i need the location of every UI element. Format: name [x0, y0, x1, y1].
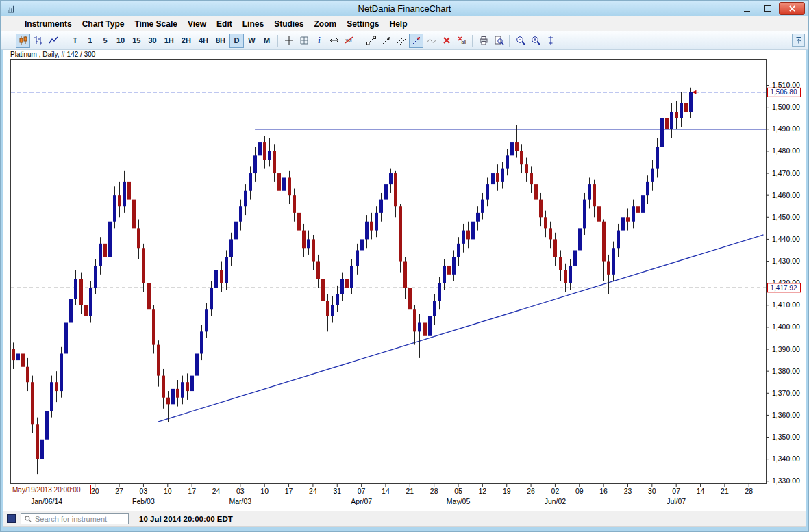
svg-text:May/19/2013 20:00:00: May/19/2013 20:00:00 — [12, 486, 81, 494]
plot-border — [11, 60, 767, 484]
menu-zoom[interactable]: Zoom — [309, 18, 341, 30]
menu-help[interactable]: Help — [384, 18, 412, 30]
zoomin-icon — [530, 35, 541, 46]
y-axis-label: 1,360.00 — [772, 411, 800, 419]
chart-area[interactable]: Platinum , Daily, # 142 / 300 1,510.001,… — [3, 50, 806, 511]
maximize-button[interactable] — [758, 2, 777, 15]
minimize-button[interactable] — [738, 2, 756, 15]
timeframe-30m-button[interactable]: 30 — [145, 34, 160, 48]
window-title: NetDania FinanceChart — [1, 3, 808, 14]
menu-time-scale[interactable]: Time Scale — [129, 18, 182, 30]
parallel-lines-button[interactable] — [394, 34, 408, 48]
toolbar: T151015301H2H4H8HDWMivolall — [1, 31, 808, 50]
zoomout-icon — [515, 35, 526, 46]
menu-instruments[interactable]: Instruments — [20, 18, 77, 30]
arrow-line-button[interactable] — [379, 34, 393, 48]
value-scale-button[interactable] — [543, 34, 558, 48]
y-axis-label: 1,500.00 — [772, 103, 800, 111]
x-axis-label: 31 — [333, 487, 341, 495]
search-box[interactable] — [21, 513, 129, 524]
horizontal-scroll-button[interactable] — [327, 34, 341, 48]
timeframe-weekly-button[interactable]: W — [245, 34, 259, 48]
grid-icon — [299, 35, 310, 46]
candlestick-chart-button[interactable] — [16, 34, 30, 48]
app-window: NetDania FinanceChart InstrumentsChart T… — [0, 0, 809, 532]
menu-chart-type[interactable]: Chart Type — [77, 18, 129, 30]
x-axis-label: 10 — [260, 487, 269, 495]
ray-line-button[interactable] — [409, 34, 423, 48]
x-axis-month-label: Feb/03 — [132, 497, 155, 505]
y-axis-label: 1,460.00 — [772, 191, 800, 199]
timeframe-1m-button[interactable]: 1 — [83, 34, 97, 48]
y-axis-label: 1,410.00 — [772, 301, 800, 309]
y-axis-label: 1,490.00 — [772, 125, 800, 133]
window-controls — [738, 2, 805, 15]
y-axis-label: 1,400.00 — [772, 322, 800, 331]
zoom-out-button[interactable] — [513, 34, 527, 48]
svg-text:1,506.80: 1,506.80 — [771, 88, 797, 96]
svg-text:all: all — [461, 40, 466, 45]
timeframe-daily-button[interactable]: D — [229, 34, 244, 48]
status-clock: 10 Jul 2014 20:00:00 EDT — [139, 515, 233, 523]
menu-settings[interactable]: Settings — [342, 18, 384, 30]
grid-button[interactable] — [297, 34, 311, 48]
timeframe-1h-button[interactable]: 1H — [161, 34, 177, 48]
print-preview-button[interactable] — [491, 34, 506, 48]
timeframe-monthly-button[interactable]: M — [260, 34, 274, 48]
print-button[interactable] — [476, 34, 490, 48]
toolbar-separator — [509, 35, 510, 47]
crosshair-icon — [284, 35, 295, 46]
price-chart[interactable]: 1,510.001,500.001,490.001,480.001,470.00… — [3, 50, 806, 511]
deleteline-icon — [441, 35, 452, 46]
close-button[interactable] — [779, 2, 805, 15]
y-axis-label: 1,470.00 — [772, 169, 800, 177]
x-axis-label: 26 — [527, 487, 535, 495]
status-bar: 10 Jul 2014 20:00:00 EDT — [3, 511, 806, 527]
timeframe-15m-button[interactable]: 15 — [129, 34, 144, 48]
x-axis-label: 21 — [406, 487, 414, 495]
menu-view[interactable]: View — [183, 18, 211, 30]
toolbar-separator — [472, 35, 473, 47]
menu-edit[interactable]: Edit — [212, 18, 237, 30]
x-axis-label: 24 — [309, 487, 317, 495]
info-button[interactable]: i — [312, 34, 326, 48]
crosshair-button[interactable] — [282, 34, 296, 48]
timeframe-tick-button[interactable]: T — [68, 34, 82, 48]
timeframe-5m-button[interactable]: 5 — [98, 34, 112, 48]
waveline-icon — [426, 35, 437, 46]
toolbar-buttons: T151015301H2H4H8HDWMivolall — [16, 34, 558, 48]
timeframe-4h-button[interactable]: 4H — [195, 34, 212, 48]
ohlc-chart-button[interactable] — [31, 34, 45, 48]
menu-studies[interactable]: Studies — [269, 18, 308, 30]
x-axis-label: 24 — [212, 487, 221, 495]
timeframe-10m-button[interactable]: 10 — [113, 34, 128, 48]
delete-all-lines-button[interactable]: all — [454, 34, 469, 48]
y-axis-label: 1,340.00 — [772, 455, 800, 463]
trend-line-button[interactable] — [364, 34, 378, 48]
toolbar-separator — [277, 35, 278, 47]
last-price-badge: 1,506.80 — [768, 88, 801, 97]
zoom-in-button[interactable] — [528, 34, 543, 48]
menu-lines[interactable]: Lines — [238, 18, 269, 30]
print-icon — [478, 35, 489, 46]
instrument-chip-icon[interactable] — [7, 514, 16, 523]
svg-text:1,417.92: 1,417.92 — [771, 284, 797, 292]
y-axis-label: 1,330.00 — [772, 477, 800, 485]
delete-line-button[interactable] — [439, 34, 453, 48]
search-input[interactable] — [35, 515, 125, 523]
volume-button[interactable]: vol — [342, 34, 356, 48]
wave-line-button[interactable] — [424, 34, 438, 48]
line-chart-button[interactable] — [46, 34, 60, 48]
statusbar-separator — [134, 514, 134, 524]
maximize-icon — [764, 5, 771, 12]
collapse-arrow-icon — [794, 36, 804, 45]
collapse-toolbar-button[interactable] — [792, 34, 805, 47]
x-axis-label: 03 — [236, 487, 245, 495]
x-axis-label: 14 — [382, 487, 390, 495]
x-axis-label: 16 — [599, 487, 608, 495]
x-axis-label: 12 — [479, 487, 487, 495]
timeframe-8h-button[interactable]: 8H — [212, 34, 229, 48]
x-axis-label: 20 — [91, 487, 99, 495]
title-bar[interactable]: NetDania FinanceChart — [1, 1, 808, 16]
timeframe-2h-button[interactable]: 2H — [178, 34, 195, 48]
